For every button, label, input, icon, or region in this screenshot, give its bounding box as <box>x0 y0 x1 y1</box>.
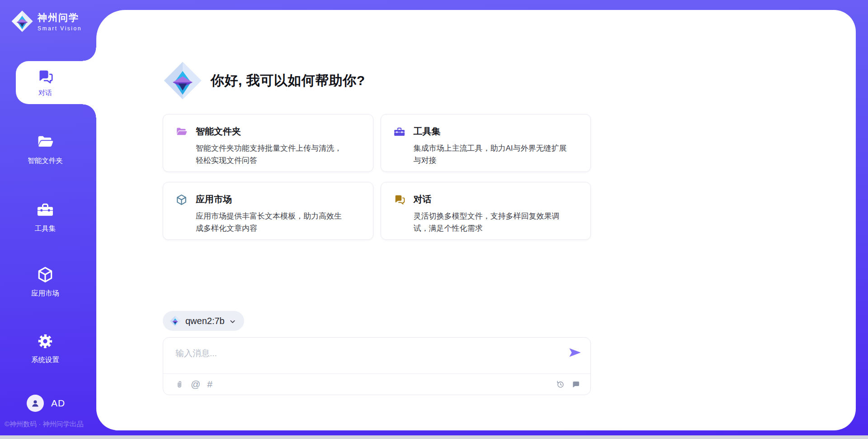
message-composer: @ # <box>163 337 591 395</box>
chat-icon <box>393 194 406 206</box>
greeting: 你好, 我可以如何帮助你? <box>163 0 591 100</box>
copyright: ©神州数码 · 神州问学出品 <box>5 420 83 429</box>
cube-icon <box>175 194 188 206</box>
card-title: 应用市场 <box>196 193 349 205</box>
card-description: 集成市场上主流工具，助力AI与外界无缝扩展与对接 <box>414 142 567 167</box>
brand-diamond-icon <box>11 10 33 33</box>
brand-logo-row: 神州问学 Smart Vision <box>11 10 82 33</box>
model-name: qwen2:7b <box>185 316 225 326</box>
brand-diamond-icon <box>163 61 203 100</box>
card-toolset[interactable]: 工具集 集成市场上主流工具，助力AI与外界无缝扩展与对接 <box>381 114 591 172</box>
chat-icon <box>37 68 54 86</box>
sidebar-item-label: 智能文件夹 <box>28 156 63 166</box>
card-title: 对话 <box>414 193 567 205</box>
message-input[interactable] <box>175 347 564 360</box>
sidebar-item-label: 应用市场 <box>31 289 59 298</box>
toolbox-icon <box>393 126 406 138</box>
message-icon[interactable] <box>571 380 580 389</box>
sidebar-item-smart-folder[interactable]: 智能文件夹 <box>0 133 90 166</box>
toolbox-icon <box>36 201 54 219</box>
bottom-edge-strip <box>0 435 868 439</box>
send-icon <box>569 348 581 358</box>
history-icon[interactable] <box>556 380 565 389</box>
person-icon <box>30 398 41 409</box>
mention-icon[interactable]: @ <box>191 380 200 389</box>
card-description: 应用市场提供丰富长文本模板，助力高效生成多样化文章内容 <box>196 210 349 234</box>
brand-diamond-icon <box>170 315 181 327</box>
folder-icon <box>36 133 54 151</box>
card-description: 灵活切换多模型文件，支持多样回复效果调试，满足个性化需求 <box>414 210 567 234</box>
gear-icon <box>36 332 54 350</box>
sidebar: 神州问学 Smart Vision 对话 智能文件夹 工具集 应用市场 系统设置… <box>0 0 96 439</box>
card-description: 智能文件夹功能支持批量文件上传与清洗，轻松实现文件问答 <box>196 142 349 167</box>
card-title: 智能文件夹 <box>196 125 349 138</box>
greeting-text: 你好, 我可以如何帮助你? <box>211 72 365 90</box>
hash-icon[interactable]: # <box>207 380 212 389</box>
card-smart-folder[interactable]: 智能文件夹 智能文件夹功能支持批量文件上传与清洗，轻松实现文件问答 <box>163 114 373 172</box>
card-title: 工具集 <box>414 125 567 138</box>
avatar[interactable] <box>27 395 44 412</box>
main-content: 你好, 我可以如何帮助你? 智能文件夹 智能文件夹功能支持批量文件上传与清洗，轻… <box>163 0 591 395</box>
send-button[interactable] <box>569 348 581 358</box>
cube-icon <box>36 266 54 284</box>
chevron-down-icon <box>229 318 236 325</box>
sidebar-item-label: 工具集 <box>35 224 56 234</box>
card-app-market[interactable]: 应用市场 应用市场提供丰富长文本模板，助力高效生成多样化文章内容 <box>163 182 373 240</box>
card-chat[interactable]: 对话 灵活切换多模型文件，支持多样回复效果调试，满足个性化需求 <box>381 182 591 240</box>
feature-cards: 智能文件夹 智能文件夹功能支持批量文件上传与清洗，轻松实现文件问答 工具集 集成… <box>163 114 591 240</box>
sidebar-item-settings[interactable]: 系统设置 <box>0 332 90 365</box>
sidebar-item-app-market[interactable]: 应用市场 <box>0 266 90 298</box>
composer-toolbar: @ # <box>163 374 590 395</box>
folder-icon <box>175 126 188 138</box>
model-selector[interactable]: qwen2:7b <box>163 311 244 331</box>
sidebar-item-label: 系统设置 <box>31 355 59 365</box>
sidebar-item-chat[interactable]: 对话 <box>16 61 96 104</box>
brand-subtitle: Smart Vision <box>38 25 82 32</box>
brand-name: 神州问学 <box>38 11 82 24</box>
sidebar-item-label: 对话 <box>38 89 52 97</box>
sidebar-item-toolset[interactable]: 工具集 <box>0 201 90 234</box>
user-row: AD <box>27 395 65 412</box>
user-name: AD <box>51 398 65 409</box>
attachment-icon[interactable] <box>175 380 184 389</box>
